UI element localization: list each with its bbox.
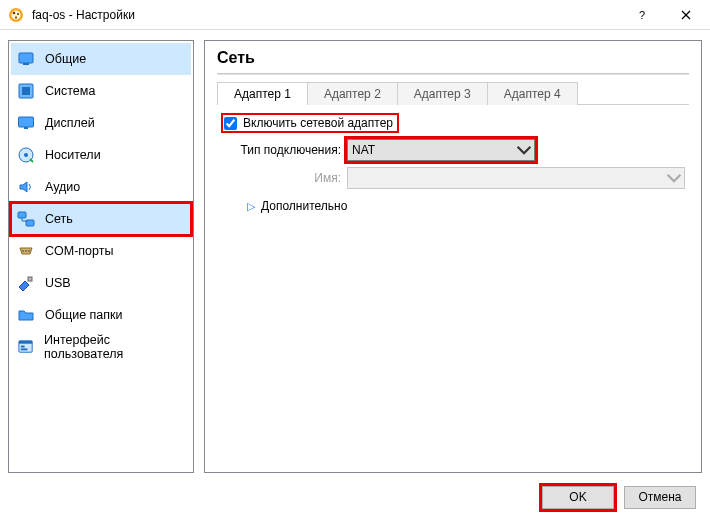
sidebar-item-serial[interactable]: COM-порты	[11, 235, 191, 267]
ui-icon	[17, 338, 34, 356]
window-title: faq-os - Настройки	[32, 8, 620, 22]
svg-rect-25	[21, 349, 28, 351]
svg-rect-24	[21, 346, 25, 348]
system-icon	[17, 82, 35, 100]
attachment-label: Тип подключения:	[221, 143, 347, 157]
sidebar-item-usb[interactable]: USB	[11, 267, 191, 299]
svg-point-19	[25, 250, 27, 252]
app-icon	[8, 7, 24, 23]
name-row: Имя:	[221, 167, 685, 189]
svg-point-18	[22, 250, 24, 252]
help-button[interactable]: ?	[620, 1, 664, 29]
sidebar-item-label: Общие	[45, 52, 86, 66]
sidebar-item-network[interactable]: Сеть	[11, 203, 191, 235]
cancel-button[interactable]: Отмена	[624, 486, 696, 509]
tab-adapter-3[interactable]: Адаптер 3	[397, 82, 488, 105]
svg-rect-13	[24, 127, 28, 129]
triangle-right-icon: ▷	[247, 200, 255, 213]
settings-sidebar: Общие Система Дисплей Носители Аудио Сет…	[8, 40, 194, 473]
sidebar-item-display[interactable]: Дисплей	[11, 107, 191, 139]
svg-rect-11	[22, 87, 30, 95]
tab-adapter-1[interactable]: Адаптер 1	[217, 82, 308, 105]
chevron-down-icon	[516, 142, 532, 158]
ok-button[interactable]: OK	[542, 486, 614, 509]
display-icon	[17, 114, 35, 132]
svg-point-20	[28, 250, 30, 252]
advanced-label: Дополнительно	[261, 199, 347, 213]
svg-rect-23	[19, 341, 32, 344]
title-separator	[217, 73, 689, 75]
serial-icon	[17, 242, 35, 260]
svg-rect-16	[18, 212, 26, 218]
sidebar-item-audio[interactable]: Аудио	[11, 171, 191, 203]
enable-adapter-checkbox[interactable]	[224, 117, 237, 130]
name-label: Имя:	[221, 171, 347, 185]
sidebar-item-label: Носители	[45, 148, 101, 162]
title-bar: faq-os - Настройки ?	[0, 0, 710, 30]
svg-rect-9	[23, 63, 29, 65]
sidebar-item-label: Интерфейс пользователя	[44, 333, 185, 361]
close-button[interactable]	[664, 1, 708, 29]
svg-point-3	[17, 12, 19, 14]
enable-adapter-row: Включить сетевой адаптер	[221, 113, 399, 133]
folder-icon	[17, 306, 35, 324]
sidebar-item-label: Общие папки	[45, 308, 123, 322]
svg-text:?: ?	[639, 10, 645, 20]
main-panel: Сеть Адаптер 1 Адаптер 2 Адаптер 3 Адапт…	[204, 40, 702, 473]
sidebar-item-storage[interactable]: Носители	[11, 139, 191, 171]
sidebar-item-label: Сеть	[45, 212, 73, 226]
network-icon	[17, 210, 35, 228]
audio-icon	[17, 178, 35, 196]
sidebar-item-general[interactable]: Общие	[11, 43, 191, 75]
svg-rect-21	[28, 277, 32, 281]
sidebar-item-label: USB	[45, 276, 71, 290]
storage-icon	[17, 146, 35, 164]
tab-adapter-2[interactable]: Адаптер 2	[307, 82, 398, 105]
svg-point-15	[24, 153, 28, 157]
sidebar-item-label: COM-порты	[45, 244, 113, 258]
page-title: Сеть	[217, 49, 689, 67]
general-icon	[17, 50, 35, 68]
tab-adapter-4[interactable]: Адаптер 4	[487, 82, 578, 105]
sidebar-item-ui[interactable]: Интерфейс пользователя	[11, 331, 191, 363]
svg-rect-8	[19, 53, 33, 63]
adapter-tabs: Адаптер 1 Адаптер 2 Адаптер 3 Адаптер 4	[217, 81, 689, 105]
sidebar-item-shared-folders[interactable]: Общие папки	[11, 299, 191, 331]
sidebar-item-system[interactable]: Система	[11, 75, 191, 107]
enable-adapter-label: Включить сетевой адаптер	[243, 116, 393, 130]
advanced-expander[interactable]: ▷ Дополнительно	[221, 199, 685, 213]
chevron-down-icon	[666, 170, 682, 186]
dialog-footer: OK Отмена	[0, 479, 710, 519]
svg-point-2	[13, 11, 16, 14]
attachment-row: Тип подключения: NAT	[221, 139, 685, 161]
attachment-value: NAT	[352, 143, 375, 157]
attachment-combo[interactable]: NAT	[347, 139, 535, 161]
svg-rect-12	[19, 117, 34, 127]
sidebar-item-label: Дисплей	[45, 116, 95, 130]
name-combo	[347, 167, 685, 189]
sidebar-item-label: Аудио	[45, 180, 80, 194]
usb-icon	[17, 274, 35, 292]
sidebar-item-label: Система	[45, 84, 95, 98]
svg-point-4	[15, 16, 17, 18]
